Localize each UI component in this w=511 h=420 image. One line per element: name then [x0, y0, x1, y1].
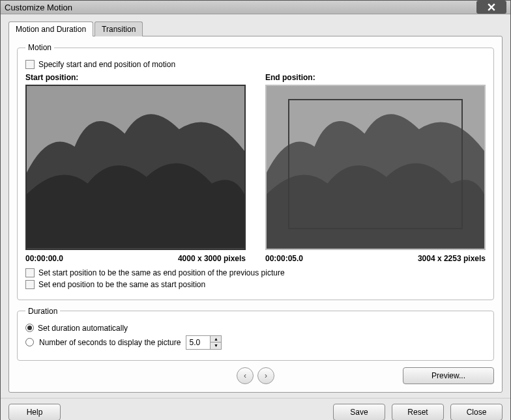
duration-seconds-spinner: ▲ ▼	[186, 335, 222, 350]
duration-auto-row: Set duration automatically	[25, 324, 486, 333]
close-icon	[488, 3, 495, 11]
window-title: Customize Motion	[5, 3, 476, 12]
same-as-start-label: Set end position to be the same as start…	[38, 280, 205, 289]
save-button[interactable]: Save	[333, 404, 385, 421]
nav-row: ‹ › Preview...	[17, 367, 494, 384]
start-dimensions: 4000 x 3000 pixels	[178, 254, 246, 263]
same-as-start-row: Set end position to be the same as start…	[25, 280, 486, 289]
end-meta: 00:00:05.0 3004 x 2253 pixels	[265, 254, 486, 263]
duration-group: Duration Set duration automatically Numb…	[17, 307, 494, 361]
next-picture-button[interactable]: ›	[257, 367, 274, 384]
spinner-up-button[interactable]: ▲	[211, 336, 221, 343]
specify-motion-label: Specify start and end position of motion	[38, 60, 175, 69]
duration-auto-radio[interactable]	[25, 324, 34, 332]
specify-motion-row: Specify start and end position of motion	[25, 60, 486, 69]
tab-transition[interactable]: Transition	[95, 21, 143, 36]
motion-legend: Motion	[25, 43, 54, 52]
same-as-start-checkbox[interactable]	[25, 280, 35, 289]
motion-options: Set start position to be the same as end…	[25, 268, 486, 289]
duration-auto-label: Set duration automatically	[38, 324, 128, 333]
bottom-button-bar: Help Save Reset Close	[1, 398, 510, 421]
positions-row: Start position: 00:00:00.0	[25, 73, 486, 263]
tree-image-icon	[27, 86, 244, 249]
start-position-col: Start position: 00:00:00.0	[25, 73, 246, 263]
duration-seconds-label: Number of seconds to display the picture	[39, 338, 181, 347]
duration-legend: Duration	[25, 307, 60, 316]
tab-panel: Motion Specify start and end position of…	[8, 36, 503, 393]
close-window-button[interactable]	[476, 1, 506, 14]
tab-motion-duration[interactable]: Motion and Duration	[8, 21, 93, 36]
start-time: 00:00:00.0	[25, 254, 63, 263]
help-button[interactable]: Help	[8, 404, 61, 421]
dialog-window: Customize Motion Motion and Duration Tra…	[0, 0, 511, 420]
spinner-down-button[interactable]: ▼	[211, 343, 221, 349]
end-dimensions: 3004 x 2253 pixels	[418, 254, 486, 263]
end-time: 00:00:05.0	[265, 254, 303, 263]
titlebar: Customize Motion	[1, 1, 510, 14]
close-button[interactable]: Close	[450, 404, 503, 421]
tab-bar: Motion and Duration Transition	[8, 21, 503, 36]
same-as-prev-checkbox[interactable]	[25, 268, 35, 277]
end-position-thumbnail[interactable]	[265, 85, 486, 250]
specify-motion-checkbox[interactable]	[25, 60, 35, 69]
end-crop-rectangle[interactable]	[288, 99, 462, 229]
reset-button[interactable]: Reset	[392, 404, 444, 421]
chevron-left-icon: ‹	[244, 371, 246, 380]
chevron-right-icon: ›	[265, 371, 267, 380]
duration-seconds-input[interactable]	[186, 336, 210, 349]
same-as-prev-label: Set start position to be the same as end…	[38, 268, 285, 277]
dialog-body: Motion and Duration Transition Motion Sp…	[1, 14, 510, 398]
end-position-label: End position:	[265, 73, 486, 82]
preview-button[interactable]: Preview...	[403, 367, 494, 384]
prev-picture-button[interactable]: ‹	[237, 367, 254, 384]
same-as-prev-row: Set start position to be the same as end…	[25, 268, 486, 277]
start-meta: 00:00:00.0 4000 x 3000 pixels	[25, 254, 246, 263]
duration-seconds-radio[interactable]	[25, 338, 34, 346]
end-position-col: End position:	[265, 73, 486, 263]
start-position-thumbnail[interactable]	[25, 85, 246, 250]
motion-group: Motion Specify start and end position of…	[17, 43, 494, 300]
start-position-label: Start position:	[25, 73, 246, 82]
duration-seconds-row: Number of seconds to display the picture…	[25, 335, 486, 350]
